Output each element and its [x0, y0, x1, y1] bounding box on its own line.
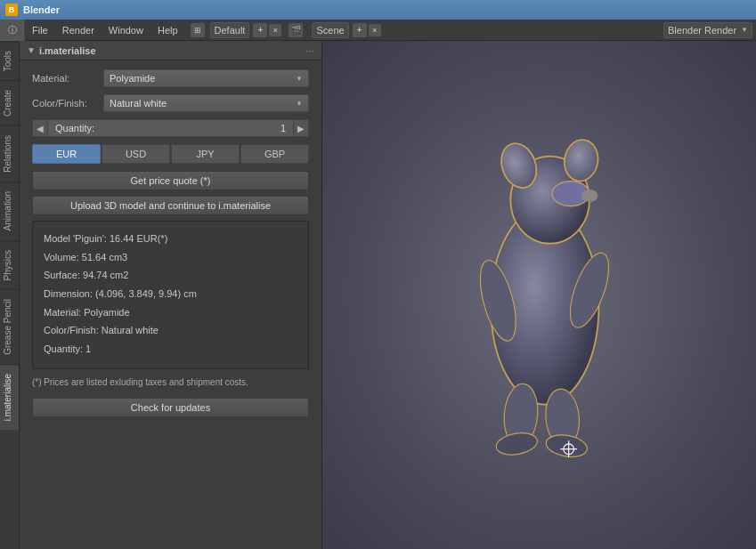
quantity-field[interactable]: Quantity: 1: [48, 119, 293, 137]
panel-content: Material: Polyamide ▼ Color/Finish: Natu…: [20, 61, 321, 549]
quantity-increase-button[interactable]: ▶: [293, 119, 309, 137]
get-price-quote-button[interactable]: Get price quote (*): [32, 171, 309, 190]
quantity-value: 1: [280, 123, 286, 133]
scene-close-button[interactable]: ×: [369, 24, 381, 36]
currency-eur-tab[interactable]: EUR: [32, 144, 101, 164]
info-volume: Volume: 51.64 cm3: [44, 249, 297, 266]
check-updates-button[interactable]: Check for updates: [32, 398, 309, 417]
pricing-note: (*) Prices are listed exluding taxes and…: [32, 376, 309, 389]
render-engine-selector[interactable]: Blender Render ▼: [663, 22, 752, 38]
panel-area: ▼ i.materialise ··· Material: Polyamide …: [20, 41, 322, 549]
svg-point-11: [581, 190, 597, 202]
color-select[interactable]: Natural white ▼: [103, 94, 309, 112]
material-select[interactable]: Polyamide ▼: [103, 69, 309, 87]
currency-jpy-tab[interactable]: JPY: [171, 144, 240, 164]
scene-selector[interactable]: Scene: [312, 22, 348, 38]
app-title: Blender: [23, 4, 60, 15]
sidebar-item-imaterialise[interactable]: i.materialise: [0, 364, 19, 430]
upload-button[interactable]: Upload 3D model and continue to i.materi…: [32, 196, 309, 215]
info-material: Material: Polyamide: [44, 304, 297, 321]
workspace-grid-icon: ⊞: [191, 23, 205, 37]
material-row: Material: Polyamide ▼: [32, 69, 309, 87]
material-value: Polyamide: [110, 73, 155, 84]
workspace-name: Default: [215, 25, 246, 36]
menu-window[interactable]: Window: [102, 20, 150, 41]
render-engine-arrow: ▼: [741, 26, 748, 34]
menu-file[interactable]: File: [25, 20, 55, 41]
info-button[interactable]: ⓘ: [0, 20, 25, 41]
info-box: Model 'Piguin': 16.44 EUR(*) Volume: 51.…: [32, 221, 309, 369]
title-bar: B Blender: [0, 0, 756, 20]
sidebar-item-tools[interactable]: Tools: [0, 41, 19, 80]
workspace-add-button[interactable]: +: [253, 23, 267, 37]
blender-logo: B: [5, 4, 18, 16]
scene-add-button[interactable]: +: [353, 23, 367, 37]
menu-bar: ⓘ File Render Window Help ⊞ Default + × …: [0, 20, 756, 41]
render-engine-name: Blender Render: [668, 25, 736, 36]
3d-model-viewport: [424, 109, 655, 482]
currency-tabs: EUR USD JPY GBP: [32, 144, 309, 164]
sidebar-item-physics[interactable]: Physics: [0, 240, 19, 289]
quantity-label: Quantity:: [55, 123, 94, 133]
left-side-tabs: Tools Create Relations Animation Physics…: [0, 41, 20, 549]
quantity-decrease-button[interactable]: ◀: [32, 119, 48, 137]
sidebar-item-grease-pencil[interactable]: Grease Pencil: [0, 289, 19, 364]
material-label: Material:: [32, 73, 103, 84]
quantity-row: ◀ Quantity: 1 ▶: [32, 119, 309, 137]
info-color: Color/Finish: Natural white: [44, 322, 297, 339]
info-surface: Surface: 94.74 cm2: [44, 267, 297, 284]
workspace-close-button[interactable]: ×: [269, 24, 281, 36]
panel-options-button[interactable]: ···: [305, 44, 314, 57]
sidebar-item-relations[interactable]: Relations: [0, 125, 19, 182]
menu-render[interactable]: Render: [55, 20, 102, 41]
menu-help[interactable]: Help: [150, 20, 185, 41]
sidebar-item-create[interactable]: Create: [0, 80, 19, 125]
info-icon: ⓘ: [8, 24, 17, 36]
panel-title: i.materialise: [39, 45, 96, 56]
main-layout: Tools Create Relations Animation Physics…: [0, 41, 756, 549]
workspace-selector[interactable]: Default: [210, 22, 250, 38]
viewport-area[interactable]: [322, 41, 756, 549]
info-quantity: Quantity: 1: [44, 341, 297, 358]
currency-gbp-tab[interactable]: GBP: [240, 144, 309, 164]
scene-name: Scene: [316, 25, 344, 36]
color-select-arrow: ▼: [296, 100, 303, 108]
color-finish-row: Color/Finish: Natural white ▼: [32, 94, 309, 112]
panel-header: ▼ i.materialise ···: [20, 41, 321, 61]
info-model: Model 'Piguin': 16.44 EUR(*): [44, 230, 297, 247]
info-dimension: Dimension: (4.096, 3.849, 9.94) cm: [44, 286, 297, 303]
currency-usd-tab[interactable]: USD: [102, 144, 170, 164]
color-value: Natural white: [110, 98, 167, 109]
sidebar-item-animation[interactable]: Animation: [0, 182, 19, 239]
scene-icon: 🎬: [289, 23, 303, 37]
color-label: Color/Finish:: [32, 98, 103, 109]
panel-arrow-icon: ▼: [27, 45, 36, 55]
material-select-arrow: ▼: [296, 75, 303, 83]
